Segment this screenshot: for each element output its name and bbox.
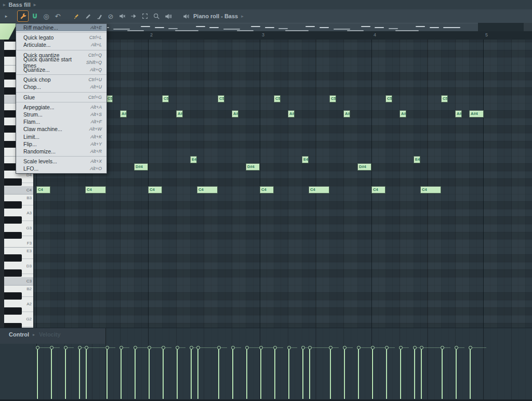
- velocity-handle[interactable]: [385, 346, 389, 350]
- menu-item-flip[interactable]: Flip...Alt+Y: [16, 140, 107, 148]
- undo-icon[interactable]: ↶: [52, 11, 63, 21]
- velocity-stem[interactable]: [177, 349, 178, 399]
- note[interactable]: C5: [441, 95, 448, 102]
- velocity-stem[interactable]: [218, 349, 219, 399]
- velocity-stem[interactable]: [191, 349, 192, 399]
- menu-item-glue[interactable]: GlueCtrl+G: [16, 94, 107, 101]
- velocity-handle[interactable]: [413, 346, 417, 350]
- black-key[interactable]: [4, 178, 22, 186]
- note[interactable]: C4: [309, 186, 329, 193]
- black-key[interactable]: [4, 307, 22, 315]
- menu-item-quick-legato[interactable]: Quick legatoCtrl+L: [16, 34, 107, 41]
- note[interactable]: D#4: [357, 163, 371, 171]
- note[interactable]: C4: [197, 186, 218, 193]
- velocity-handle[interactable]: [196, 346, 200, 350]
- playback-icon[interactable]: [163, 11, 173, 21]
- velocity-stem[interactable]: [121, 349, 122, 399]
- velocity-handle[interactable]: [287, 346, 291, 350]
- velocity-stem[interactable]: [309, 349, 310, 399]
- note[interactable]: C4: [260, 186, 274, 193]
- menu-item-limit[interactable]: Limit...Alt+K: [16, 133, 107, 140]
- note[interactable]: A#4: [288, 110, 295, 118]
- velocity-handle[interactable]: [64, 346, 68, 350]
- black-key[interactable]: [4, 254, 22, 262]
- menu-item-quick-chop[interactable]: Quick chopCtrl+U: [16, 76, 107, 83]
- velocity-handle[interactable]: [50, 346, 54, 350]
- velocity-stem[interactable]: [163, 349, 164, 399]
- velocity-handle[interactable]: [357, 346, 361, 350]
- menu-item-randomize[interactable]: Randomize...Alt+R: [16, 148, 107, 155]
- note-grid[interactable]: C4C5A#4E4C4C5A#4D#4C4C5A#4E4C4C5A#4D#4C4…: [34, 40, 532, 328]
- magnet-icon[interactable]: [30, 11, 40, 21]
- play-arrow-icon[interactable]: ▸: [1, 11, 11, 21]
- note[interactable]: A#4: [343, 110, 350, 118]
- menu-item-lfo[interactable]: LFO...Alt+O: [16, 165, 107, 172]
- black-key[interactable]: [4, 201, 22, 209]
- velocity-handle[interactable]: [455, 346, 458, 350]
- control-lane-header[interactable]: Control ▸ Velocity: [0, 328, 106, 344]
- stamp-icon[interactable]: ◎: [41, 11, 51, 21]
- velocity-stem[interactable]: [288, 349, 289, 399]
- black-key[interactable]: [4, 292, 22, 300]
- velocity-handle[interactable]: [85, 346, 88, 350]
- velocity-handle[interactable]: [399, 346, 403, 350]
- glue-icon[interactable]: [71, 11, 82, 21]
- note[interactable]: A#4: [455, 110, 462, 118]
- velocity-handle[interactable]: [469, 346, 472, 350]
- velocity-stem[interactable]: [37, 349, 38, 399]
- note[interactable]: A#4: [176, 110, 183, 118]
- velocity-handle[interactable]: [371, 346, 375, 350]
- menu-item-arpeggiate[interactable]: Arpeggiate...Alt+A: [16, 104, 107, 111]
- velocity-handle[interactable]: [36, 346, 39, 350]
- velocity-handle[interactable]: [308, 346, 312, 350]
- velocity-stem[interactable]: [260, 349, 261, 399]
- velocity-handle[interactable]: [217, 346, 221, 350]
- black-key[interactable]: [4, 269, 22, 277]
- velocity-stem[interactable]: [149, 349, 150, 399]
- velocity-stem[interactable]: [51, 349, 52, 399]
- velocity-handle[interactable]: [148, 346, 151, 350]
- menu-item-flam[interactable]: Flam...Alt+F: [16, 118, 107, 125]
- preview-speaker-icon[interactable]: [180, 11, 191, 21]
- black-key[interactable]: [4, 232, 22, 239]
- velocity-stem[interactable]: [274, 349, 275, 399]
- note[interactable]: C4: [85, 186, 106, 193]
- velocity-handle[interactable]: [259, 346, 263, 350]
- menu-item-strum[interactable]: Strum...Alt+S: [16, 111, 107, 118]
- note[interactable]: C5: [162, 95, 169, 102]
- velocity-stem[interactable]: [107, 349, 108, 399]
- note[interactable]: E4: [190, 156, 197, 163]
- velocity-stem[interactable]: [65, 349, 66, 399]
- velocity-handle[interactable]: [329, 346, 332, 350]
- event-editor-panel[interactable]: Control ▸ Velocity: [0, 328, 532, 400]
- note[interactable]: C4: [148, 186, 162, 193]
- velocity-handle[interactable]: [343, 346, 347, 350]
- control-label[interactable]: Control: [9, 331, 29, 338]
- tools-wrench-icon[interactable]: [17, 10, 29, 22]
- velocity-handle[interactable]: [273, 346, 277, 350]
- paint-icon[interactable]: [94, 11, 104, 21]
- velocity-stem[interactable]: [372, 349, 373, 399]
- menu-item-riff-machine[interactable]: Riff machine...Alt+E: [16, 24, 107, 31]
- velocity-stem[interactable]: [344, 349, 345, 399]
- note[interactable]: C5: [385, 95, 392, 102]
- note[interactable]: C5: [218, 95, 224, 102]
- menu-item-scale-levels[interactable]: Scale levels...Alt+X: [16, 158, 107, 165]
- delete-icon[interactable]: ⊘: [105, 11, 116, 21]
- velocity-handle[interactable]: [78, 346, 82, 350]
- note[interactable]: A#4: [400, 110, 406, 118]
- mute-icon[interactable]: [117, 11, 127, 21]
- velocity-handle[interactable]: [245, 346, 249, 350]
- velocity-stem[interactable]: [414, 349, 415, 399]
- note[interactable]: C4: [36, 186, 50, 193]
- note[interactable]: C5: [329, 95, 336, 102]
- velocity-handle[interactable]: [162, 346, 165, 350]
- slide-icon[interactable]: [128, 11, 139, 21]
- draw-icon[interactable]: [83, 11, 93, 21]
- velocity-stem[interactable]: [232, 349, 233, 399]
- velocity-stem[interactable]: [246, 349, 247, 399]
- note[interactable]: D#4: [246, 163, 260, 171]
- piano-roll-title[interactable]: Piano roll - Bass: [193, 13, 238, 19]
- note[interactable]: E4: [414, 156, 420, 163]
- note[interactable]: C4: [371, 186, 385, 193]
